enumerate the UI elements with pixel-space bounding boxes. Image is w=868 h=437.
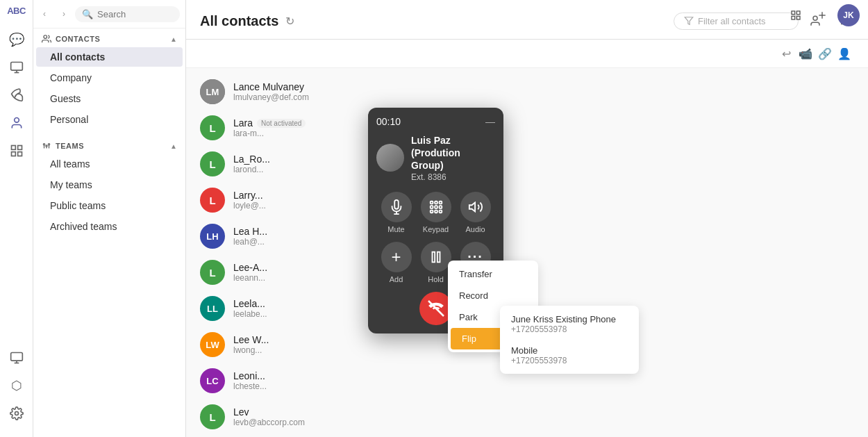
list-item[interactable]: L La_Ro... larond... [186,146,868,182]
video-icon[interactable]: 📹 [796,44,815,63]
nav-item-archived-teams[interactable]: Archived teams [36,217,183,236]
svg-rect-5 [17,146,22,150]
contact-info: Lance Mulvaney lmulvaney@def.com [233,81,854,102]
call-ext: Ext. 8386 [411,172,495,182]
keypad-label: Keypad [423,225,449,233]
forward-button[interactable]: › [56,6,72,22]
add-button[interactable]: + Add [381,242,412,283]
screen-icon[interactable] [4,345,29,370]
svg-rect-22 [796,16,800,19]
svg-point-14 [43,144,44,145]
reply-icon[interactable]: ↩ [776,44,796,63]
contact-name: La_Ro... [233,154,854,165]
contacts-icon[interactable] [4,110,29,135]
user-avatar[interactable]: JK [837,4,860,26]
search-icon: 🔍 [82,9,93,19]
svg-rect-40 [430,206,433,208]
avatar: LH [200,224,225,249]
svg-rect-8 [10,353,22,361]
minimize-icon[interactable]: — [485,116,495,127]
nav-item-public-teams[interactable]: Public teams [36,196,183,215]
svg-point-13 [46,145,47,147]
search-input[interactable] [97,9,173,19]
search-bar[interactable]: 🔍 [75,6,180,22]
list-item[interactable]: L Larry... loyle@... [186,182,868,218]
apps2-icon[interactable]: ⬡ [4,373,29,398]
nav-item-company[interactable]: Company [36,68,183,88]
avatar: L [200,188,225,213]
svg-point-15 [48,144,49,145]
flip-option-mobile[interactable]: Mobile +17205553978 [500,340,639,371]
chat-icon[interactable]: 💬 [4,27,29,52]
svg-rect-47 [432,252,435,262]
link-icon[interactable]: 🔗 [815,44,835,63]
contact-email: leeann... [233,273,854,283]
call-timer: 00:10 [376,116,401,127]
avatar: L [200,260,225,285]
svg-rect-37 [430,201,433,204]
contacts-section-title: CONTACTS [56,35,100,43]
contact-info: Lea H... leah@... [233,226,854,247]
svg-marker-46 [469,202,474,211]
add-icon[interactable] [811,4,833,26]
contact-email: leah@... [233,237,854,247]
add-icon: + [381,242,412,272]
audio-button[interactable]: Audio [460,192,491,233]
svg-rect-41 [435,206,437,208]
svg-rect-19 [792,11,795,15]
apps-icon[interactable] [4,138,29,163]
contact-name: Lara Not activated [233,117,854,129]
back-button[interactable]: ‹ [36,6,53,22]
list-item[interactable]: L Lara Not activated lara-m... [186,110,868,146]
contact-name: Lance Mulvaney [233,81,854,92]
contact-email: levb@abccorp.com [233,418,854,427]
record-item[interactable]: Record [448,285,538,306]
contacts-section-header[interactable]: CONTACTS ▲ [33,28,185,47]
svg-rect-4 [11,146,15,150]
settings-icon[interactable] [4,401,29,426]
app-logo: ABC [7,6,26,16]
list-item[interactable]: LH Lea H... leah@... [186,218,868,254]
teams-section-title: TEAMS [56,142,84,150]
call-name-row: Luis Paz (Prodution Group) Ext. 8386 [376,134,495,182]
list-item[interactable]: L Lev levb@abccorp.com [186,399,868,435]
mute-button[interactable]: Mute [381,192,412,233]
teams-section-header[interactable]: TEAMS ▲ [33,135,185,154]
contact-name: Lee-A... [233,262,854,273]
flip-option-existing-phone[interactable]: June Kriss Existing Phone +17205553978 [500,308,639,340]
contact-info: Lee-A... leeann... [233,262,854,283]
list-item[interactable]: LM Lance Mulvaney lmulvaney@def.com [186,74,868,110]
nav-item-all-teams[interactable]: All teams [36,154,183,174]
svg-rect-6 [11,152,15,156]
phone-icon[interactable] [4,83,29,108]
hold-button[interactable]: Hold [421,242,451,283]
keypad-button[interactable]: Keypad [421,192,451,233]
nav-item-my-teams[interactable]: My teams [36,175,183,195]
nav-panel: ‹ › 🔍 CONTACTS ▲ All contacts Company Gu… [33,0,186,437]
flip-option-phone2: +17205553978 [511,356,628,365]
transfer-item[interactable]: Transfer [448,263,538,285]
avatar: LW [200,332,225,357]
contacts-list: LM Lance Mulvaney lmulvaney@def.com L La… [186,68,868,437]
contact-email: lmulvaney@def.com [233,92,854,102]
svg-text:LM: LM [206,87,219,97]
nav-item-guests[interactable]: Guests [36,89,183,108]
person-icon[interactable]: 👤 [835,44,854,63]
contact-name: Lev [233,406,854,418]
svg-rect-44 [435,210,437,213]
nav-top: ‹ › 🔍 [33,0,185,28]
svg-rect-48 [437,252,440,262]
svg-rect-0 [10,63,22,71]
nav-item-all-contacts[interactable]: All contacts [36,47,183,67]
refresh-icon[interactable]: ↻ [285,15,294,28]
call-avatar [376,144,404,172]
nav-item-personal[interactable]: Personal [36,110,183,129]
contact-name: Lea H... [233,226,854,237]
contact-info: La_Ro... larond... [233,154,854,174]
teams-chevron: ▲ [170,142,177,150]
avatar: L [200,151,225,176]
avatar: L [200,115,225,140]
hold-icon [421,242,451,272]
apps-grid-icon[interactable] [785,4,807,26]
team-icon[interactable] [4,55,29,80]
